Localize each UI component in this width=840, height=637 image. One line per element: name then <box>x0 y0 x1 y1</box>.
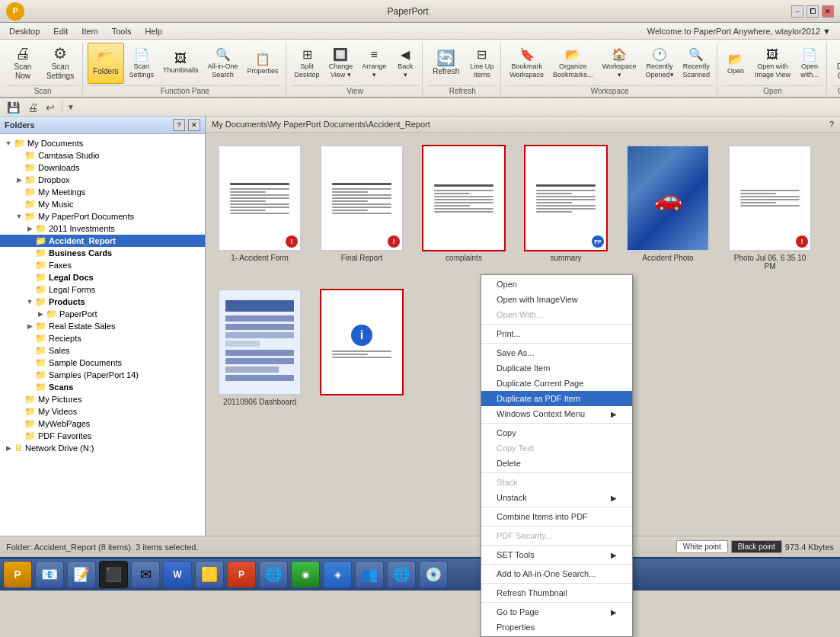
tree-item-business-cards[interactable]: 📁 Business Cards <box>0 247 205 259</box>
tree-toggle-my-docs[interactable]: ▼ <box>3 139 14 147</box>
tree-item-my-music[interactable]: 📁 My Music <box>0 198 205 210</box>
doc-item-accident-photo[interactable]: 🚗 Accident Photo <box>623 142 713 274</box>
taskbar-btn-mail[interactable]: ✉ <box>131 561 160 588</box>
ctx-windows-menu[interactable]: Windows Context Menu ▶ <box>481 406 632 421</box>
tree-item-camtasia[interactable]: 📁 Camtasia Studio <box>0 149 205 162</box>
taskbar-btn-black[interactable]: ⬛ <box>99 561 128 588</box>
menu-tools[interactable]: Tools <box>106 25 138 37</box>
ctx-copy[interactable]: Copy <box>481 425 632 440</box>
tree-toggle-products[interactable]: ▼ <box>24 298 35 306</box>
tree-item-2011-investments[interactable]: ▶ 📁 2011 Investments <box>0 222 205 235</box>
close-button[interactable]: ✕ <box>822 5 834 18</box>
doc-item-accident-form[interactable]: ! 1- Accident Form <box>215 142 305 274</box>
split-desktop-button[interactable]: ⊞ SplitDesktop <box>291 43 324 84</box>
doc-item-info[interactable]: i <box>317 286 407 409</box>
recently-scanned-button[interactable]: 🔍 RecentlyScanned <box>679 43 714 84</box>
taskbar-btn-ie[interactable]: 🌐 <box>259 561 288 588</box>
taskbar-btn-notes[interactable]: 📝 <box>67 561 96 588</box>
doc-item-summary[interactable]: PP summary <box>521 142 611 274</box>
tree-item-accident-report[interactable]: 📁 Accident_Report <box>0 235 205 247</box>
organize-bookmarks-button[interactable]: 📂 OrganizeBookmarks... <box>549 43 597 84</box>
folders-help-button[interactable]: ? <box>173 119 185 131</box>
ctx-duplicate-item[interactable]: Duplicate Item <box>481 360 632 376</box>
tree-item-my-videos[interactable]: 📁 My Videos <box>0 405 205 418</box>
qa-save-button[interactable]: 💾 <box>5 100 22 115</box>
ctx-print[interactable]: Print... <box>481 326 632 341</box>
white-point-button[interactable]: White point <box>676 540 728 553</box>
ctx-set-tools[interactable]: SET Tools ▶ <box>481 547 632 562</box>
menu-desktop[interactable]: Desktop <box>3 25 46 37</box>
scan-settings-button[interactable]: ⚙ ScanSettings <box>41 43 79 84</box>
tree-item-products[interactable]: ▼ 📁 Products <box>0 296 205 308</box>
tree-item-dropbox[interactable]: ▶ 📁 Dropbox <box>0 174 205 186</box>
qa-undo-button[interactable]: ↩ <box>43 100 57 115</box>
ctx-combine-pdf[interactable]: Combine Items into PDF <box>481 509 632 524</box>
arrange-button[interactable]: ≡ Arrange▾ <box>358 43 390 84</box>
tree-toggle-my-paperport[interactable]: ▼ <box>14 213 24 220</box>
folders-close-button[interactable]: ✕ <box>188 119 200 131</box>
qa-dropdown-button[interactable]: ▼ <box>67 103 75 111</box>
taskbar-btn-powerpoint[interactable]: P <box>227 561 256 588</box>
menu-item[interactable]: Item <box>75 25 104 37</box>
tree-toggle-network-drive[interactable]: ▶ <box>3 444 14 452</box>
ctx-save-as[interactable]: Save As... <box>481 345 632 360</box>
scan-now-button[interactable]: 🖨 ScanNow <box>6 43 40 84</box>
taskbar-btn-green[interactable]: ◉ <box>291 561 320 588</box>
tree-toggle-real-estate[interactable]: ▶ <box>24 322 35 330</box>
doc-item-complaints[interactable]: complaints <box>419 142 509 274</box>
line-up-button[interactable]: ⊟ Line UpItems <box>466 43 497 84</box>
scan-settings2-button[interactable]: 📄 ScanSettings <box>126 43 158 84</box>
black-point-button[interactable]: Black point <box>731 540 782 553</box>
restore-button[interactable]: ⧠ <box>806 5 819 18</box>
menu-edit[interactable]: Edit <box>47 25 74 37</box>
doc-item-final-report[interactable]: ! Final Report <box>317 142 407 274</box>
tree-item-sales[interactable]: 📁 Sales <box>0 344 205 357</box>
back-button[interactable]: ◀ Back▾ <box>391 43 419 84</box>
ctx-delete[interactable]: Delete <box>481 456 632 471</box>
tree-item-network-drive[interactable]: ▶ 🖥 Network Drive (N:) <box>0 442 205 454</box>
ctx-go-to-page[interactable]: Go to Page ▶ <box>481 604 632 619</box>
tree-item-mywebpages[interactable]: 📁 MyWebPages <box>0 418 205 430</box>
open-button[interactable]: 📂 Open <box>722 43 749 84</box>
tree-item-receipts[interactable]: 📁 Reciepts <box>0 332 205 344</box>
doc-item-photo-jul[interactable]: ! Photo Jul 06, 6 35 10 PM <box>725 142 815 274</box>
open-with-button[interactable]: 📄 Openwith... <box>796 43 823 84</box>
tree-toggle-dropbox[interactable]: ▶ <box>14 176 24 184</box>
bookmark-workspace-button[interactable]: 🔖 BookmarkWorkspace <box>506 43 548 84</box>
tree-item-scans[interactable]: 📁 Scans <box>0 381 205 393</box>
minimize-button[interactable]: − <box>791 5 803 18</box>
taskbar-btn-users[interactable]: 👥 <box>355 561 384 588</box>
taskbar-btn-outlook[interactable]: 📧 <box>35 561 64 588</box>
ctx-open[interactable]: Open <box>481 277 632 292</box>
change-view-button[interactable]: 🔲 ChangeView ▾ <box>325 43 357 84</box>
tree-item-my-meetings[interactable]: 📁 My Meetings <box>0 186 205 198</box>
taskbar-btn-paperport[interactable]: P <box>3 561 32 588</box>
ctx-properties[interactable]: Properties <box>481 619 632 635</box>
taskbar-btn-word[interactable]: W <box>163 561 192 588</box>
taskbar-btn-globe[interactable]: 🌐 <box>387 561 416 588</box>
qa-print-button[interactable]: 🖨 <box>25 100 40 115</box>
tree-item-legal-forms[interactable]: 📁 Legal Forms <box>0 283 205 296</box>
tree-toggle-2011-investments[interactable]: ▶ <box>24 225 35 232</box>
ctx-add-search[interactable]: Add to All-in-One Search... <box>481 566 632 581</box>
taskbar-btn-notepad[interactable]: 🟨 <box>195 561 224 588</box>
recently-opened-button[interactable]: 🕐 RecentlyOpened▾ <box>641 43 677 84</box>
tree-item-sample-docs[interactable]: 📁 Sample Documents <box>0 357 205 369</box>
thumbnails-button[interactable]: 🖼 Thumbnails <box>159 43 203 84</box>
taskbar-btn-disc[interactable]: 💿 <box>419 561 448 588</box>
workspace-button[interactable]: 🏠 Workspace▾ <box>599 43 640 84</box>
folders-button[interactable]: 📁 Folders <box>88 43 123 84</box>
tree-item-paperport[interactable]: ▶ 📁 PaperPort <box>0 308 205 320</box>
refresh-button[interactable]: 🔄 Refresh <box>427 43 465 84</box>
menu-help[interactable]: Help <box>139 25 168 37</box>
tree-item-legal-docs[interactable]: 📁 Legal Docs <box>0 271 205 283</box>
all-in-one-button[interactable]: 🔍 All-in-OneSearch <box>204 43 242 84</box>
tree-item-my-docs[interactable]: ▼ 📁 My Documents <box>0 137 205 149</box>
tree-item-my-pictures[interactable]: 📁 My Pictures <box>0 393 205 405</box>
tree-toggle-paperport[interactable]: ▶ <box>35 310 46 318</box>
ctx-refresh-thumbnail[interactable]: Refresh Thumbnail <box>481 585 632 600</box>
open-image-view-button[interactable]: 🖼 Open withImage View <box>751 43 794 84</box>
tree-item-faxes[interactable]: 📁 Faxes <box>0 259 205 271</box>
tree-item-downloads[interactable]: 📁 Downloads <box>0 162 205 174</box>
doc-item-dashboard[interactable]: 20110906 Dashboard <box>215 286 305 409</box>
